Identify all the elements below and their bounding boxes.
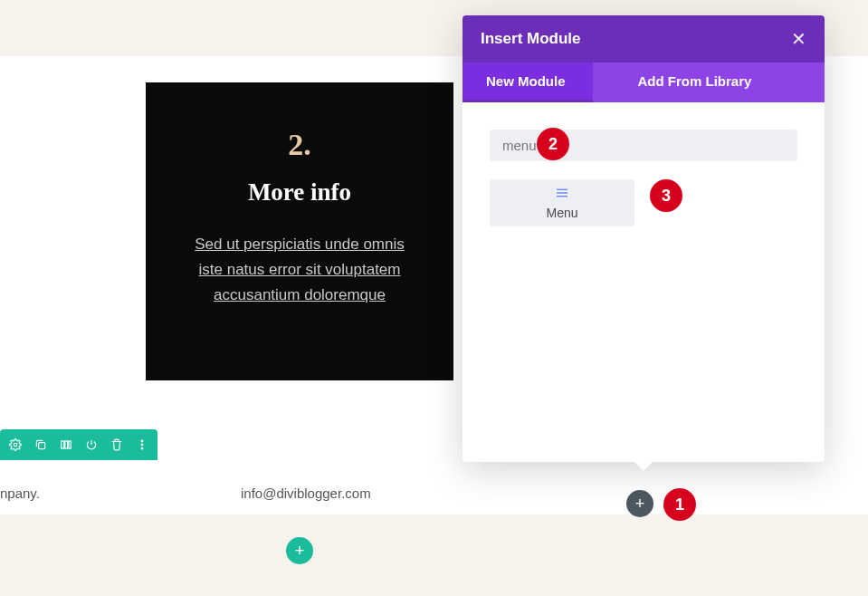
- card-title: More info: [182, 178, 417, 207]
- footer-email-text: info@diviblogger.com: [241, 485, 371, 501]
- svg-rect-0: [39, 443, 45, 449]
- left-card-text-1: s: [0, 245, 18, 271]
- modal-body: Menu: [463, 102, 825, 462]
- more-icon[interactable]: [132, 435, 152, 455]
- modal-title: Insert Module: [481, 30, 581, 48]
- svg-point-6: [141, 447, 143, 449]
- svg-point-4: [141, 440, 143, 442]
- module-grid: Menu: [490, 179, 797, 226]
- insert-module-modal: Insert Module ✕ New Module Add From Libr…: [463, 15, 825, 462]
- module-search-input[interactable]: [490, 130, 797, 161]
- svg-point-5: [141, 444, 143, 446]
- gear-icon[interactable]: [5, 435, 25, 455]
- left-card-text-2: que: [0, 318, 18, 343]
- plus-icon: +: [635, 495, 645, 514]
- trash-icon[interactable]: [107, 435, 127, 455]
- add-section-button[interactable]: +: [286, 537, 313, 564]
- columns-icon[interactable]: [56, 435, 76, 455]
- tab-add-from-library[interactable]: Add From Library: [615, 62, 779, 102]
- plus-icon: +: [295, 542, 305, 561]
- modal-tabs: New Module Add From Library: [463, 62, 825, 102]
- modal-pointer: [634, 462, 653, 471]
- info-card: 2. More info Sed ut perspiciatis unde om…: [146, 82, 453, 380]
- annotation-badge-1: 1: [663, 488, 696, 521]
- module-item-label: Menu: [546, 206, 577, 220]
- module-toolbar: [0, 429, 157, 460]
- close-icon[interactable]: ✕: [791, 28, 806, 50]
- svg-rect-2: [65, 441, 68, 448]
- annotation-badge-2: 2: [537, 128, 569, 160]
- left-card: s que: [0, 82, 27, 380]
- modal-header: Insert Module ✕: [463, 15, 825, 62]
- svg-rect-1: [62, 441, 64, 448]
- copy-icon[interactable]: [31, 435, 51, 455]
- power-icon[interactable]: [81, 435, 101, 455]
- footer-company-text: npany.: [0, 485, 40, 501]
- svg-rect-3: [69, 441, 71, 448]
- menu-icon: [554, 187, 570, 203]
- card-step-number: 2.: [182, 128, 417, 162]
- card-body-text: Sed ut perspiciatis unde omnis iste natu…: [182, 232, 417, 308]
- module-item-menu[interactable]: Menu: [490, 179, 634, 226]
- add-module-button[interactable]: +: [626, 490, 653, 517]
- annotation-badge-3: 3: [650, 179, 682, 212]
- tab-new-module[interactable]: New Module: [463, 62, 593, 102]
